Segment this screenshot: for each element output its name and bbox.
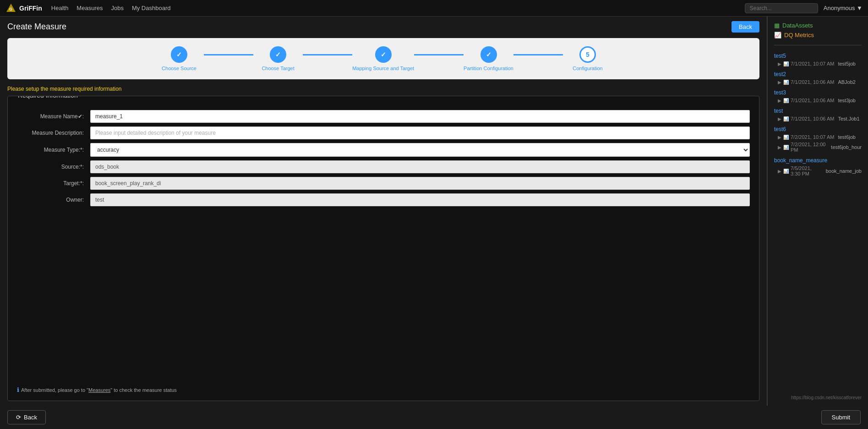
- step-line-4: [513, 54, 563, 55]
- source-label: Source:*:: [17, 164, 90, 170]
- target-row: Target:*: book_screen_play_rank_di: [17, 175, 750, 192]
- job-time: 7/1/2021, 10:06 AM: [791, 79, 834, 85]
- job-chart-icon: 📊: [783, 98, 789, 103]
- job-name: test5job: [838, 61, 856, 66]
- measure-name-input[interactable]: [90, 110, 750, 123]
- measure-type-select[interactable]: accuracy: [90, 143, 750, 157]
- expand-arrow-icon: ▶: [778, 135, 781, 140]
- back-button-top[interactable]: Back: [732, 21, 759, 33]
- back-button-label: Back: [24, 414, 37, 421]
- job-chart-icon: 📊: [783, 145, 789, 150]
- step-5-number: 5: [586, 51, 590, 58]
- job-chart-icon: 📊: [783, 169, 789, 174]
- step-1-circle: ✓: [171, 46, 187, 63]
- main-layout: Create Measure Back ✓ Choose Source ✓: [0, 16, 868, 406]
- measure-type-label: Measure Type:*:: [17, 147, 90, 153]
- nav-measures[interactable]: Measures: [76, 5, 103, 11]
- data-assets-title: ▦ DataAssets: [774, 22, 862, 29]
- nav-dashboard[interactable]: My Dashboard: [132, 5, 171, 11]
- url-bar: https://blog.csdn.net/kisscatforever: [774, 391, 862, 400]
- checkmark-2: ✓: [275, 51, 281, 58]
- dq-metrics-label: DQ Metrics: [784, 32, 814, 38]
- nav-health[interactable]: Health: [51, 5, 69, 11]
- target-value: book_screen_play_rank_di: [90, 177, 750, 190]
- sidebar-measure-name[interactable]: test6: [774, 126, 862, 132]
- measures-link[interactable]: Measures: [88, 387, 110, 393]
- steps-wizard: ✓ Choose Source ✓ Choose Target ✓: [7, 38, 759, 79]
- nav-right: Anonymous ▼: [745, 3, 863, 13]
- logo-text: GriFFin: [19, 5, 42, 12]
- search-input[interactable]: [745, 3, 818, 13]
- step-2-label: Choose Target: [262, 66, 294, 71]
- nav-jobs[interactable]: Jobs: [111, 5, 123, 11]
- required-info-title: Required Information: [15, 96, 81, 99]
- job-time: 7/2/2021, 12:00 PM: [791, 142, 827, 153]
- footer-note-text: After submitted, please go to "Measures"…: [21, 387, 177, 393]
- step-line-1: [204, 54, 253, 55]
- sidebar-job-row[interactable]: ▶ 📊 7/5/2021, 3:30 PM book_name_job: [774, 165, 862, 177]
- sidebar-measure-name[interactable]: test: [774, 108, 862, 114]
- sidebar-job-row[interactable]: ▶ 📊 7/2/2021, 12:00 PM test6job_hour: [774, 141, 862, 154]
- job-name: test6job_hour: [831, 144, 862, 150]
- submit-button[interactable]: Submit: [821, 410, 861, 424]
- target-label: Target:*:: [17, 180, 90, 187]
- sidebar-job-row[interactable]: ▶ 📊 7/1/2021, 10:07 AM test5job: [774, 60, 862, 67]
- expand-arrow-icon: ▶: [778, 80, 781, 85]
- job-name: test6job: [838, 134, 856, 140]
- step-3: ✓ Mapping Source and Target: [352, 46, 414, 71]
- sidebar-job-row[interactable]: ▶ 📊 7/1/2021, 10:06 AM ABJob2: [774, 78, 862, 86]
- measure-name-row: Measure Name✔:: [17, 108, 750, 125]
- step-line-3: [414, 54, 464, 55]
- sidebar-measure-name[interactable]: test5: [774, 53, 862, 59]
- job-name: test3job: [838, 98, 856, 103]
- step-1-label: Choose Source: [162, 66, 197, 71]
- owner-value: test: [90, 193, 750, 206]
- sidebar-job-row[interactable]: ▶ 📊 7/1/2021, 10:06 AM test3job: [774, 97, 862, 104]
- sidebar-job-row[interactable]: ▶ 📊 7/2/2021, 10:07 AM test6job: [774, 133, 862, 141]
- step-3-label: Mapping Source and Target: [352, 66, 414, 71]
- measure-description-label: Measure Description:: [17, 130, 90, 136]
- job-chart-icon: 📊: [783, 116, 789, 121]
- sidebar-job-row[interactable]: ▶ 📊 7/1/2021, 10:06 AM Test.Job1: [774, 115, 862, 122]
- measure-description-input[interactable]: [90, 126, 750, 139]
- expand-arrow-icon: ▶: [778, 169, 781, 174]
- step-5-circle: 5: [579, 46, 596, 63]
- checkmark-4: ✓: [486, 51, 491, 58]
- expand-arrow-icon: ▶: [778, 61, 781, 66]
- bottom-bar: ⟳ Back Submit: [0, 406, 868, 429]
- checkmark-3: ✓: [381, 51, 386, 58]
- owner-row: Owner: test: [17, 192, 750, 208]
- sidebar-measure-name[interactable]: test2: [774, 71, 862, 77]
- page-title: Create Measure: [7, 22, 66, 32]
- expand-arrow-icon: ▶: [778, 98, 781, 103]
- step-1: ✓ Choose Source: [154, 46, 204, 71]
- step-2: ✓ Choose Target: [253, 46, 303, 71]
- sidebar-measure-name[interactable]: test3: [774, 89, 862, 96]
- step-4-label: Partition Configuration: [464, 66, 513, 71]
- user-label[interactable]: Anonymous ▼: [824, 5, 863, 11]
- top-navigation: G GriFFin Health Measures Jobs My Dashbo…: [0, 0, 868, 16]
- dq-metrics-icon: 📈: [774, 32, 781, 38]
- nav-links: Health Measures Jobs My Dashboard: [51, 5, 171, 11]
- back-button-bottom[interactable]: ⟳ Back: [7, 410, 46, 424]
- job-chart-icon: 📊: [783, 61, 789, 66]
- job-time: 7/5/2021, 3:30 PM: [791, 165, 822, 176]
- step-3-circle: ✓: [375, 46, 392, 63]
- step-line-2: [303, 54, 352, 55]
- data-assets-icon: ▦: [774, 22, 780, 29]
- checkmark-1: ✓: [176, 51, 182, 58]
- measure-name-label: Measure Name✔:: [17, 113, 90, 120]
- page-header: Create Measure Back: [7, 21, 759, 33]
- expand-arrow-icon: ▶: [778, 145, 781, 150]
- measure-description-row: Measure Description:: [17, 125, 750, 141]
- content-area: Create Measure Back ✓ Choose Source ✓: [0, 16, 767, 406]
- job-name: ABJob2: [838, 79, 856, 85]
- form-grid: Measure Name✔: Measure Description: Meas…: [17, 108, 750, 208]
- sidebar-measure-name[interactable]: book_name_measure: [774, 157, 862, 164]
- app-logo: G GriFFin: [5, 3, 42, 14]
- job-time: 7/1/2021, 10:06 AM: [791, 98, 834, 103]
- job-name: book_name_job: [826, 168, 862, 174]
- job-time: 7/1/2021, 10:07 AM: [791, 61, 834, 66]
- step-5-label: Configuration: [573, 66, 602, 71]
- owner-label: Owner:: [17, 197, 90, 203]
